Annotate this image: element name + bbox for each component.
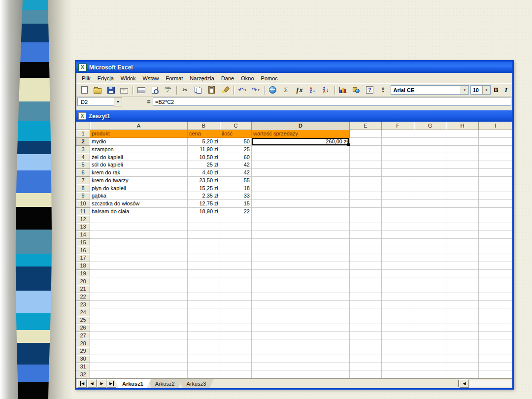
cell-A17[interactable] bbox=[90, 254, 188, 262]
cell-H14[interactable] bbox=[446, 231, 479, 239]
cell-G9[interactable] bbox=[414, 192, 446, 200]
cell-B12[interactable] bbox=[188, 215, 220, 223]
cell-E5[interactable] bbox=[350, 161, 382, 169]
menu-narzędzia[interactable]: Narzędzia bbox=[186, 74, 218, 82]
cell-B3[interactable]: 11,90 zł bbox=[188, 146, 220, 154]
cell-I25[interactable] bbox=[479, 316, 512, 324]
cell-F13[interactable] bbox=[382, 223, 414, 231]
cell-E13[interactable] bbox=[350, 223, 382, 231]
cell-E15[interactable] bbox=[350, 239, 382, 247]
cell-F19[interactable] bbox=[382, 270, 414, 278]
scrollbar-track[interactable] bbox=[469, 380, 512, 387]
cell-A31[interactable] bbox=[90, 363, 188, 371]
cell-B17[interactable] bbox=[188, 254, 220, 262]
cell-C26[interactable] bbox=[220, 324, 252, 332]
cell-B14[interactable] bbox=[188, 231, 220, 239]
cell-A24[interactable] bbox=[90, 308, 188, 316]
cell-G19[interactable] bbox=[414, 270, 446, 278]
cell-F31[interactable] bbox=[382, 363, 414, 371]
cell-H5[interactable] bbox=[446, 161, 479, 169]
cell-A23[interactable] bbox=[90, 301, 188, 309]
cell-G25[interactable] bbox=[414, 316, 446, 324]
cell-H25[interactable] bbox=[446, 316, 479, 324]
excel-titlebar[interactable]: X Microsoft Excel bbox=[76, 62, 512, 73]
more-buttons-button[interactable]: »▾ bbox=[376, 84, 389, 96]
cell-G32[interactable] bbox=[414, 370, 446, 378]
row-header-24[interactable]: 24 bbox=[76, 308, 90, 316]
cell-A20[interactable] bbox=[90, 277, 188, 285]
cell-I7[interactable] bbox=[479, 177, 512, 185]
row-header-5[interactable]: 5 bbox=[76, 161, 90, 169]
cell-B26[interactable] bbox=[188, 324, 220, 332]
cell-E30[interactable] bbox=[350, 355, 382, 363]
chart-wizard-button[interactable] bbox=[336, 84, 349, 96]
cell-A30[interactable] bbox=[90, 355, 188, 363]
cell-C10[interactable]: 15 bbox=[220, 200, 252, 208]
cell-F16[interactable] bbox=[382, 246, 414, 254]
cell-B13[interactable] bbox=[188, 223, 220, 231]
cell-F12[interactable] bbox=[382, 215, 414, 223]
row-header-1[interactable]: 1 bbox=[76, 130, 90, 138]
cell-I8[interactable] bbox=[479, 184, 512, 192]
cell-F10[interactable] bbox=[382, 200, 414, 208]
cell-I19[interactable] bbox=[479, 270, 512, 278]
cell-H16[interactable] bbox=[446, 246, 479, 254]
cell-A29[interactable] bbox=[90, 347, 188, 355]
cell-I23[interactable] bbox=[479, 301, 512, 309]
cell-G4[interactable] bbox=[414, 153, 446, 161]
cell-C23[interactable] bbox=[220, 301, 252, 309]
paste-function-button[interactable]: ƒx bbox=[293, 84, 306, 96]
cell-H15[interactable] bbox=[446, 239, 479, 247]
new-document-button[interactable] bbox=[78, 84, 91, 96]
cell-C17[interactable] bbox=[220, 254, 252, 262]
cell-B24[interactable] bbox=[188, 308, 220, 316]
cell-A7[interactable]: krem do twarzy bbox=[90, 177, 188, 185]
cell-G5[interactable] bbox=[414, 161, 446, 169]
menu-dane[interactable]: Dane bbox=[218, 74, 237, 82]
formula-input[interactable]: =B2*C2 bbox=[153, 98, 511, 106]
cell-H26[interactable] bbox=[446, 324, 479, 332]
cell-B30[interactable] bbox=[188, 355, 220, 363]
row-header-18[interactable]: 18 bbox=[76, 262, 90, 270]
cell-F3[interactable] bbox=[382, 146, 414, 154]
cell-A1[interactable]: produkt bbox=[90, 130, 188, 138]
cell-B4[interactable]: 10,50 zł bbox=[188, 153, 220, 161]
cell-F14[interactable] bbox=[382, 231, 414, 239]
cell-A15[interactable] bbox=[90, 239, 188, 247]
cell-E22[interactable] bbox=[350, 293, 382, 301]
cell-G3[interactable] bbox=[414, 146, 446, 154]
cell-D7[interactable] bbox=[252, 177, 350, 185]
cell-C22[interactable] bbox=[220, 293, 252, 301]
cell-B22[interactable] bbox=[188, 293, 220, 301]
cell-G24[interactable] bbox=[414, 308, 446, 316]
cell-F6[interactable] bbox=[382, 169, 414, 177]
cell-A10[interactable]: szczotka do włosów bbox=[90, 200, 188, 208]
cell-H31[interactable] bbox=[446, 363, 479, 371]
column-header-C[interactable]: C bbox=[220, 122, 252, 130]
tab-scroll-next-button[interactable]: ▶ bbox=[97, 379, 106, 388]
cell-D16[interactable] bbox=[252, 246, 350, 254]
cell-D17[interactable] bbox=[252, 254, 350, 262]
cell-A11[interactable]: balsam do ciała bbox=[90, 208, 188, 216]
cell-I32[interactable] bbox=[479, 370, 512, 378]
autosum-button[interactable]: Σ bbox=[280, 84, 293, 96]
cell-G20[interactable] bbox=[414, 277, 446, 285]
menu-edycja[interactable]: Edycja bbox=[94, 74, 117, 82]
cell-I5[interactable] bbox=[479, 161, 512, 169]
cell-D14[interactable] bbox=[252, 231, 350, 239]
cell-B16[interactable] bbox=[188, 246, 220, 254]
cell-G30[interactable] bbox=[414, 355, 446, 363]
print-button[interactable] bbox=[135, 84, 148, 96]
row-header-29[interactable]: 29 bbox=[76, 347, 90, 355]
cell-H12[interactable] bbox=[446, 215, 479, 223]
cell-C3[interactable]: 25 bbox=[220, 146, 252, 154]
cell-G10[interactable] bbox=[414, 200, 446, 208]
cell-D3[interactable] bbox=[252, 146, 350, 154]
cell-F24[interactable] bbox=[382, 308, 414, 316]
cell-G2[interactable] bbox=[414, 138, 446, 146]
cell-C1[interactable]: ilość bbox=[220, 130, 252, 138]
row-header-20[interactable]: 20 bbox=[76, 277, 90, 285]
cell-A32[interactable] bbox=[90, 370, 188, 378]
cell-H23[interactable] bbox=[446, 301, 479, 309]
undo-dropdown-icon[interactable]: ▾ bbox=[244, 88, 246, 92]
